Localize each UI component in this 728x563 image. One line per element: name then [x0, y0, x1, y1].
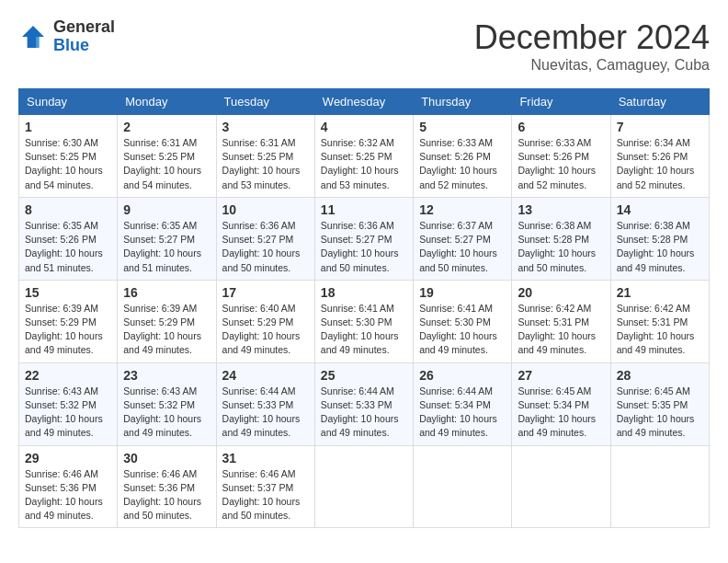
table-row: 19 Sunrise: 6:41 AM Sunset: 5:30 PM Dayl… [414, 280, 512, 362]
title-block: December 2024 Nuevitas, Camaguey, Cuba [474, 18, 710, 74]
day-info: Sunrise: 6:44 AM Sunset: 5:33 PM Dayligh… [222, 385, 309, 441]
day-number: 15 [25, 285, 111, 300]
calendar-week-row: 22 Sunrise: 6:43 AM Sunset: 5:32 PM Dayl… [19, 362, 710, 445]
table-row: 1 Sunrise: 6:30 AM Sunset: 5:25 PM Dayli… [19, 115, 118, 198]
day-number: 17 [222, 285, 309, 300]
table-row [314, 445, 413, 528]
day-info: Sunrise: 6:45 AM Sunset: 5:34 PM Dayligh… [518, 385, 604, 441]
table-row: 31 Sunrise: 6:46 AM Sunset: 5:37 PM Dayl… [216, 445, 314, 528]
table-row: 26 Sunrise: 6:44 AM Sunset: 5:34 PM Dayl… [414, 362, 512, 445]
table-row: 10 Sunrise: 6:36 AM Sunset: 5:27 PM Dayl… [216, 197, 314, 280]
table-row: 22 Sunrise: 6:43 AM Sunset: 5:32 PM Dayl… [19, 362, 118, 445]
day-number: 5 [419, 120, 506, 134]
day-number: 9 [123, 202, 210, 217]
table-row: 25 Sunrise: 6:44 AM Sunset: 5:33 PM Dayl… [314, 362, 413, 445]
day-number: 2 [123, 120, 210, 134]
table-row [512, 445, 610, 528]
table-row: 20 Sunrise: 6:42 AM Sunset: 5:31 PM Dayl… [512, 280, 610, 362]
day-info: Sunrise: 6:41 AM Sunset: 5:30 PM Dayligh… [321, 302, 407, 358]
calendar-week-row: 15 Sunrise: 6:39 AM Sunset: 5:29 PM Dayl… [19, 280, 710, 362]
day-info: Sunrise: 6:38 AM Sunset: 5:28 PM Dayligh… [518, 219, 604, 275]
day-info: Sunrise: 6:33 AM Sunset: 5:26 PM Dayligh… [518, 136, 604, 192]
day-number: 26 [419, 368, 506, 383]
table-row: 29 Sunrise: 6:46 AM Sunset: 5:36 PM Dayl… [19, 445, 118, 528]
day-info: Sunrise: 6:42 AM Sunset: 5:31 PM Dayligh… [518, 302, 604, 358]
day-info: Sunrise: 6:43 AM Sunset: 5:32 PM Dayligh… [123, 385, 210, 441]
day-number: 16 [123, 285, 210, 300]
logo-blue-text: Blue [53, 37, 115, 55]
col-monday: Monday [118, 89, 216, 115]
table-row [414, 445, 512, 528]
location-subtitle: Nuevitas, Camaguey, Cuba [474, 57, 710, 74]
day-info: Sunrise: 6:40 AM Sunset: 5:29 PM Dayligh… [222, 302, 309, 358]
day-info: Sunrise: 6:31 AM Sunset: 5:25 PM Dayligh… [123, 136, 210, 192]
day-info: Sunrise: 6:42 AM Sunset: 5:31 PM Dayligh… [617, 302, 703, 358]
table-row: 23 Sunrise: 6:43 AM Sunset: 5:32 PM Dayl… [118, 362, 216, 445]
table-row: 15 Sunrise: 6:39 AM Sunset: 5:29 PM Dayl… [19, 280, 118, 362]
day-number: 18 [321, 285, 407, 300]
day-info: Sunrise: 6:31 AM Sunset: 5:25 PM Dayligh… [222, 136, 309, 192]
day-info: Sunrise: 6:36 AM Sunset: 5:27 PM Dayligh… [222, 219, 309, 275]
day-number: 7 [617, 120, 703, 134]
logo-general-text: General [53, 18, 115, 37]
day-info: Sunrise: 6:41 AM Sunset: 5:30 PM Dayligh… [419, 302, 506, 358]
day-number: 31 [222, 451, 309, 465]
calendar-header-row: Sunday Monday Tuesday Wednesday Thursday… [19, 89, 710, 115]
table-row: 28 Sunrise: 6:45 AM Sunset: 5:35 PM Dayl… [610, 362, 709, 445]
day-info: Sunrise: 6:33 AM Sunset: 5:26 PM Dayligh… [419, 136, 506, 192]
svg-marker-0 [22, 26, 44, 48]
table-row: 18 Sunrise: 6:41 AM Sunset: 5:30 PM Dayl… [314, 280, 413, 362]
day-info: Sunrise: 6:45 AM Sunset: 5:35 PM Dayligh… [617, 385, 703, 441]
table-row: 12 Sunrise: 6:37 AM Sunset: 5:27 PM Dayl… [414, 197, 512, 280]
table-row: 14 Sunrise: 6:38 AM Sunset: 5:28 PM Dayl… [610, 197, 709, 280]
day-info: Sunrise: 6:37 AM Sunset: 5:27 PM Dayligh… [419, 219, 506, 275]
day-info: Sunrise: 6:46 AM Sunset: 5:36 PM Dayligh… [123, 467, 210, 523]
table-row: 13 Sunrise: 6:38 AM Sunset: 5:28 PM Dayl… [512, 197, 610, 280]
logo: General Blue [18, 18, 115, 55]
table-row: 21 Sunrise: 6:42 AM Sunset: 5:31 PM Dayl… [610, 280, 709, 362]
day-number: 4 [321, 120, 407, 134]
day-info: Sunrise: 6:39 AM Sunset: 5:29 PM Dayligh… [123, 302, 210, 358]
day-number: 13 [518, 202, 604, 217]
calendar-week-row: 1 Sunrise: 6:30 AM Sunset: 5:25 PM Dayli… [19, 115, 710, 198]
day-info: Sunrise: 6:34 AM Sunset: 5:26 PM Dayligh… [617, 136, 703, 192]
day-info: Sunrise: 6:46 AM Sunset: 5:37 PM Dayligh… [222, 467, 309, 523]
day-number: 8 [25, 202, 111, 217]
day-number: 22 [25, 368, 111, 383]
table-row: 11 Sunrise: 6:36 AM Sunset: 5:27 PM Dayl… [314, 197, 413, 280]
calendar-table: Sunday Monday Tuesday Wednesday Thursday… [18, 88, 710, 528]
day-info: Sunrise: 6:46 AM Sunset: 5:36 PM Dayligh… [25, 467, 111, 523]
day-number: 19 [419, 285, 506, 300]
table-row: 3 Sunrise: 6:31 AM Sunset: 5:25 PM Dayli… [216, 115, 314, 198]
calendar-week-row: 8 Sunrise: 6:35 AM Sunset: 5:26 PM Dayli… [19, 197, 710, 280]
day-number: 1 [25, 120, 111, 134]
col-saturday: Saturday [610, 89, 709, 115]
table-row: 9 Sunrise: 6:35 AM Sunset: 5:27 PM Dayli… [118, 197, 216, 280]
col-friday: Friday [512, 89, 610, 115]
day-info: Sunrise: 6:30 AM Sunset: 5:25 PM Dayligh… [25, 136, 111, 192]
day-info: Sunrise: 6:44 AM Sunset: 5:34 PM Dayligh… [419, 385, 506, 441]
day-number: 25 [321, 368, 407, 383]
day-info: Sunrise: 6:44 AM Sunset: 5:33 PM Dayligh… [321, 385, 407, 441]
day-info: Sunrise: 6:43 AM Sunset: 5:32 PM Dayligh… [25, 385, 111, 441]
day-number: 11 [321, 202, 407, 217]
day-number: 6 [518, 120, 604, 134]
logo-text: General Blue [53, 18, 115, 55]
day-info: Sunrise: 6:32 AM Sunset: 5:25 PM Dayligh… [321, 136, 407, 192]
day-number: 21 [617, 285, 703, 300]
day-number: 23 [123, 368, 210, 383]
day-number: 14 [617, 202, 703, 217]
table-row: 17 Sunrise: 6:40 AM Sunset: 5:29 PM Dayl… [216, 280, 314, 362]
col-tuesday: Tuesday [216, 89, 314, 115]
day-number: 3 [222, 120, 309, 134]
day-number: 30 [123, 451, 210, 465]
table-row: 2 Sunrise: 6:31 AM Sunset: 5:25 PM Dayli… [118, 115, 216, 198]
table-row: 6 Sunrise: 6:33 AM Sunset: 5:26 PM Dayli… [512, 115, 610, 198]
month-title: December 2024 [474, 18, 710, 57]
table-row: 5 Sunrise: 6:33 AM Sunset: 5:26 PM Dayli… [414, 115, 512, 198]
day-number: 20 [518, 285, 604, 300]
day-number: 28 [617, 368, 703, 383]
table-row: 8 Sunrise: 6:35 AM Sunset: 5:26 PM Dayli… [19, 197, 118, 280]
day-number: 24 [222, 368, 309, 383]
table-row: 30 Sunrise: 6:46 AM Sunset: 5:36 PM Dayl… [118, 445, 216, 528]
